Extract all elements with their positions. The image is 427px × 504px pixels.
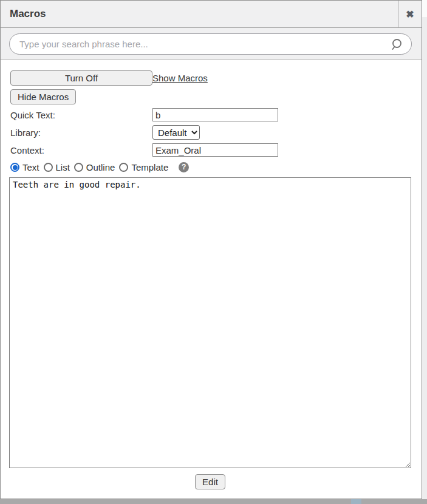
background-page-bottom (0, 499, 427, 504)
type-selector-row: TextListOutlineTemplate ? (10, 162, 413, 172)
edit-button-row: Edit (9, 474, 411, 489)
library-row: Library: Default (10, 125, 413, 140)
radio-label: List (56, 162, 70, 172)
context-row: Context: (10, 143, 413, 157)
hide-macros-button[interactable]: Hide Macros (10, 89, 76, 104)
library-label: Library: (10, 128, 152, 138)
search-pill (9, 33, 412, 55)
search-bar (1, 28, 422, 60)
dialog-titlebar: Macros ✖ (1, 1, 422, 28)
screen: Macros ✖ Turn Off Show Macros Hide Macro… (0, 0, 427, 504)
background-scrollbar-thumb (351, 499, 361, 504)
library-select[interactable]: Default (152, 125, 200, 140)
background-page-right (422, 0, 427, 499)
quick-text-row: Quick Text: (10, 108, 413, 121)
close-button[interactable]: ✖ (398, 1, 422, 27)
edit-button[interactable]: Edit (195, 474, 225, 489)
macros-dialog: Macros ✖ Turn Off Show Macros Hide Macro… (0, 0, 422, 499)
search-input[interactable] (19, 39, 385, 49)
radio-option-list[interactable]: List (44, 162, 70, 172)
radio-option-text[interactable]: Text (10, 162, 39, 172)
type-radio-group: TextListOutlineTemplate (10, 162, 173, 172)
radio-icon[interactable] (10, 163, 19, 172)
close-icon: ✖ (406, 9, 414, 20)
dialog-title: Macros (1, 1, 398, 27)
context-input[interactable] (152, 143, 278, 157)
radio-label: Template (131, 162, 168, 172)
dialog-content: Turn Off Show Macros Hide Macros Quick T… (1, 60, 422, 489)
show-macros-link[interactable]: Show Macros (152, 73, 413, 83)
radio-label: Text (22, 162, 39, 172)
quick-text-label: Quick Text: (10, 110, 152, 120)
search-icon[interactable] (390, 38, 403, 51)
turn-off-button[interactable]: Turn Off (10, 70, 152, 86)
toolbar-row-2: Hide Macros (10, 89, 413, 104)
context-label: Context: (10, 145, 152, 155)
radio-option-outline[interactable]: Outline (74, 162, 115, 172)
radio-icon[interactable] (119, 163, 128, 172)
quick-text-input[interactable] (152, 108, 278, 121)
help-icon[interactable]: ? (179, 162, 189, 172)
toolbar-row-1: Turn Off Show Macros (10, 70, 413, 86)
radio-option-template[interactable]: Template (119, 162, 168, 172)
radio-icon[interactable] (44, 163, 53, 172)
radio-icon[interactable] (74, 163, 83, 172)
radio-label: Outline (86, 162, 115, 172)
macro-content-textarea[interactable]: Teeth are in good repair. (9, 177, 411, 468)
